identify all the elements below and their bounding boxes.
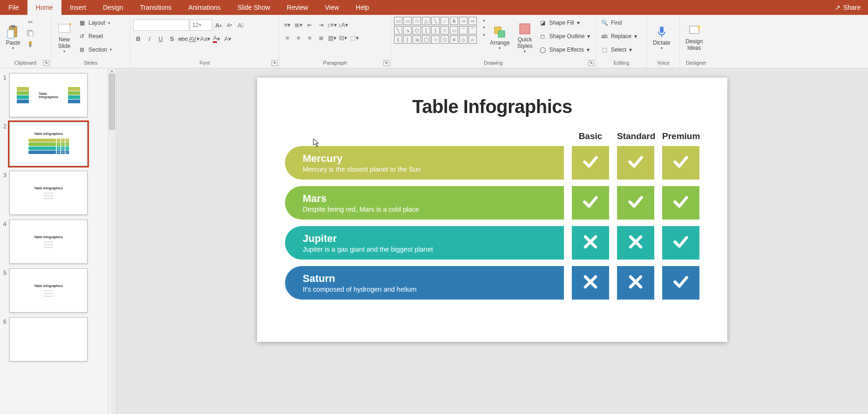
shape-outline-button[interactable]: ◻Shape Outline ▾ [537,30,592,42]
shape-fill-button[interactable]: ◪Shape Fill ▾ [537,17,592,29]
shape-gallery-item[interactable]: { [422,26,430,34]
thumbnail-item[interactable]: 6 [0,317,105,361]
shape-gallery-item[interactable]: ✕ [450,35,458,44]
tab-slide-show[interactable]: Slide Show [229,0,278,15]
columns-button[interactable]: ▥▾ [327,33,337,43]
table-row[interactable]: MercuryMercury is the closest planet to … [285,146,699,180]
justify-button[interactable]: ≣ [316,33,326,43]
check-cell[interactable] [617,186,654,220]
shapes-gallery[interactable]: ▭▭⬭△╲↓A⇒⇨╲↘⬡{}☆▭⌒⌒{}⇲◯☆⬠✕◇▱ [394,17,477,44]
drawing-dialog-launcher[interactable]: ⬊ [588,60,594,66]
design-ideas-button[interactable]: ⚡ Design Ideas [683,17,705,58]
shape-gallery-item[interactable]: } [403,35,412,44]
shape-gallery-item[interactable]: ⌒ [468,26,477,34]
tab-view[interactable]: View [317,0,347,15]
thumbnail-preview[interactable]: Table Infographics✓✓✓✓✓✓✕✕✓✕✕✓ [9,122,88,166]
bold-button[interactable]: B [133,33,143,44]
shape-gallery-item[interactable]: ⬠ [441,35,449,44]
font-size-input[interactable] [190,20,212,31]
paste-button[interactable]: Paste ▾ [3,17,23,58]
cross-cell[interactable] [572,266,609,300]
thumbnail-preview[interactable] [9,317,88,361]
tab-insert[interactable]: Insert [61,0,95,15]
shape-gallery-item[interactable]: ▱ [468,35,477,44]
shape-gallery-item[interactable]: ◯ [422,35,430,44]
tab-transitions[interactable]: Transitions [132,0,180,15]
underline-button[interactable]: U [156,33,166,44]
table-row[interactable]: JupiterJupiter is a gas giant and the bi… [285,226,699,260]
replace-button[interactable]: abReplace ▾ [599,30,639,42]
row-label[interactable]: MercuryMercury is the closest planet to … [285,146,564,180]
strikethrough-button[interactable]: abc [178,33,188,44]
check-cell[interactable] [662,226,699,260]
row-label[interactable]: JupiterJupiter is a gas giant and the bi… [285,226,564,260]
shape-gallery-item[interactable]: ↓ [441,17,449,25]
clipboard-dialog-launcher[interactable]: ⬊ [43,60,49,66]
column-header[interactable]: Premium [662,131,699,141]
quick-styles-button[interactable]: Quick Styles▾ [515,17,536,58]
tab-animations[interactable]: Animations [180,0,229,15]
layout-button[interactable]: ▦Layout ▾ [76,17,114,29]
check-cell[interactable] [572,186,609,220]
thumbnail-preview[interactable]: Table Infographics▭▭▭▭▭▭▭▭▭▭▭▭ [9,268,88,313]
line-spacing-button[interactable]: ↕≡▾ [327,20,337,30]
align-center-button[interactable]: ≡ [293,33,304,43]
shape-gallery-item[interactable]: ☆ [431,35,440,44]
shape-gallery-item[interactable]: ☆ [441,26,449,34]
format-painter-button[interactable] [25,39,35,49]
shape-gallery-item[interactable]: ⌒ [459,26,468,34]
align-left-button[interactable]: ≡ [282,33,292,43]
paragraph-dialog-launcher[interactable]: ⬊ [383,60,389,66]
slide-title[interactable]: Table Infographics [285,96,699,117]
scroll-up-button[interactable]: ▴ [108,68,116,73]
font-dialog-launcher[interactable]: ⬊ [271,60,278,66]
table-row[interactable]: MarsDespite being red, Mars is a cold pl… [285,186,699,220]
shape-effects-button[interactable]: ◯Shape Effects ▾ [537,44,592,56]
align-text-button[interactable]: ⊟▾ [338,33,348,43]
share-button[interactable]: ↗Share [827,0,868,15]
copy-button[interactable] [25,28,35,38]
check-cell[interactable] [572,146,609,180]
thumbnail-item[interactable]: 2Table Infographics✓✓✓✓✓✓✕✕✓✕✕✓ [0,122,105,166]
thumbnail-item[interactable]: 1TableInfographics [0,73,105,117]
section-button[interactable]: ⊞Section ▾ [76,44,114,56]
numbering-button[interactable]: ≣▾ [293,20,304,30]
char-spacing-button[interactable]: AV▾ [189,33,199,44]
increase-indent-button[interactable]: ⇥ [316,20,326,30]
cross-cell[interactable] [572,226,609,260]
bullets-button[interactable]: ≡▾ [282,20,292,30]
highlight-button[interactable]: A▾ [223,33,233,44]
check-cell[interactable] [617,146,654,180]
infographic-table[interactable]: BasicStandardPremium MercuryMercury is t… [285,131,699,300]
check-cell[interactable] [662,266,699,300]
thumbnail-scrollbar[interactable]: ▴ [108,68,116,414]
tab-file[interactable]: File [0,0,27,15]
cross-cell[interactable] [617,226,654,260]
shape-gallery-item[interactable]: ▭ [450,26,458,34]
font-name-input[interactable] [133,20,189,31]
shape-gallery-item[interactable]: A [450,17,458,25]
column-header[interactable]: Standard [617,131,654,141]
decrease-indent-button[interactable]: ⇤ [305,20,315,30]
shape-gallery-item[interactable]: { [394,35,402,44]
increase-font-button[interactable]: A▴ [213,20,224,30]
shape-gallery-item[interactable]: ⬭ [413,17,421,25]
table-row[interactable]: SaturnIt's composed of hydrogen and heli… [285,266,699,300]
align-right-button[interactable]: ≡ [305,33,315,43]
arrange-button[interactable]: Arrange▾ [487,17,513,58]
row-label[interactable]: SaturnIt's composed of hydrogen and heli… [285,266,564,300]
italic-button[interactable]: I [144,33,155,44]
shape-gallery-item[interactable]: ╲ [394,26,402,34]
cross-cell[interactable] [617,266,654,300]
row-label[interactable]: MarsDespite being red, Mars is a cold pl… [285,186,564,220]
tab-review[interactable]: Review [278,0,317,15]
new-slide-button[interactable]: ✦ New Slide ▾ [54,17,75,58]
shape-gallery-item[interactable]: ◇ [459,35,468,44]
shape-gallery-item[interactable]: ▭ [394,17,402,25]
shape-gallery-item[interactable]: ↘ [403,26,412,34]
change-case-button[interactable]: Aa▾ [200,33,210,44]
scroll-thumb[interactable] [109,74,115,130]
thumbnail-preview[interactable]: TableInfographics [9,73,88,117]
font-color-button[interactable]: A▾ [211,33,222,44]
check-cell[interactable] [662,186,699,220]
